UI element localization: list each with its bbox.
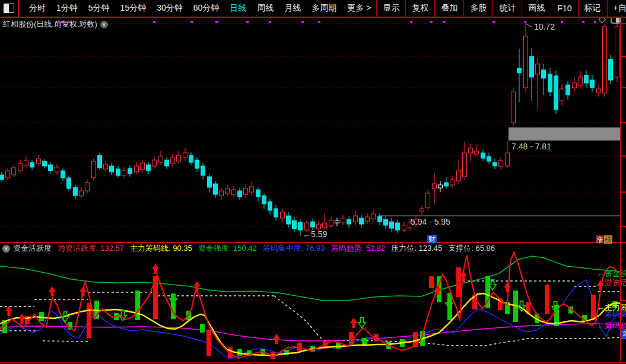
rank-badge[interactable]: 涨 榜 <box>596 235 612 244</box>
indicator-value-筹码趋势: 筹码趋势: 52.82 <box>331 243 386 254</box>
marker-dot <box>318 21 320 23</box>
marker-dot <box>269 21 271 23</box>
chart-label: ←5.59 <box>303 229 327 239</box>
period-tab-月线[interactable]: 月线 <box>279 3 306 14</box>
rank-badge-zhang: 涨 <box>596 235 604 244</box>
period-tab-分时[interactable]: 分时 <box>24 3 51 14</box>
up-arrow-icon <box>5 306 12 316</box>
period-tab-15分钟[interactable]: 15分钟 <box>115 3 152 14</box>
suspension-band <box>509 127 621 141</box>
panel-count-badge[interactable]: 2 <box>621 330 626 339</box>
marker-dot <box>594 21 596 23</box>
marker-dot <box>561 21 563 23</box>
indicator-value-压力位: 压力位: 123.45 <box>391 243 442 254</box>
marker-dot <box>190 21 193 23</box>
toolbar-button-统计[interactable]: 统计 <box>492 0 522 17</box>
chevron-down-icon[interactable]: ∨ <box>100 21 108 28</box>
main-chart-canvas[interactable]: 10.7210.727.48 - 7.815.94 - 5.95←5.59←资金… <box>0 0 626 364</box>
marker-dot <box>301 21 304 23</box>
marker-dot <box>153 21 155 23</box>
toolbar-right-buttons: 显示复权叠加多股统计画线F10标记+自选 <box>376 0 626 17</box>
up-arrow-icon <box>152 264 159 274</box>
up-arrow-icon <box>80 286 87 296</box>
chart-label: 5.94 - 5.95 <box>411 217 450 226</box>
top-menu-bar: 分时1分钟5分钟15分钟30分钟60分钟日线周线月线多周期更多 > 显示复权叠加… <box>0 0 626 18</box>
up-arrow-icon <box>273 334 280 344</box>
menu-divider <box>18 0 19 17</box>
line-label: ←筹码趋 <box>597 321 626 330</box>
indicator-value-支撑位: 支撑位: 65.86 <box>448 243 495 254</box>
toolbar-button-标记[interactable]: 标记 <box>578 0 607 17</box>
marker-dot <box>524 21 526 23</box>
marker-dot <box>492 21 495 23</box>
indicator-header: ∨ 资金活跃度 游资活跃度: 132.57主力筹码线: 90.35资金强度: 1… <box>0 243 626 254</box>
marker-dot <box>215 21 218 23</box>
indicator-value-资金强度: 资金强度: 150.42 <box>198 243 257 254</box>
period-tab-日线[interactable]: 日线 <box>224 3 252 14</box>
period-tab-周线[interactable]: 周线 <box>252 3 279 14</box>
indicator-value-主力筹码线: 主力筹码线: 90.35 <box>130 243 192 254</box>
marker-dot <box>582 21 584 23</box>
indicator-values: 游资活跃度: 132.57主力筹码线: 90.35资金强度: 150.42筹码集… <box>58 243 501 254</box>
toolbar-button-显示[interactable]: 显示 <box>376 0 405 17</box>
period-tab-60分钟[interactable]: 60分钟 <box>188 3 225 14</box>
marker-dot <box>246 21 249 23</box>
stock-title: 红相股份(日线.前复权.对数) <box>3 19 97 30</box>
indicator-value-筹码集中度: 筹码集中度: 76.93 <box>263 243 325 254</box>
toolbar-button-F10[interactable]: F10 <box>551 0 577 17</box>
period-menu: 分时1分钟5分钟15分钟30分钟60分钟日线周线月线多周期更多 > <box>24 3 376 14</box>
toolbar-button-+自选[interactable]: +自选 <box>607 0 626 17</box>
up-arrow-icon <box>350 318 357 328</box>
fortune-event-badge[interactable]: 财 <box>427 235 437 243</box>
period-tab-多周期[interactable]: 多周期 <box>306 3 342 14</box>
period-tab-5分钟[interactable]: 5分钟 <box>83 3 115 14</box>
down-arrow-icon <box>358 318 366 328</box>
marker-dot <box>443 21 445 23</box>
period-tab-更多 >[interactable]: 更多 > <box>342 3 376 14</box>
marker-dot <box>410 21 412 23</box>
line-label: ←筹码集 <box>597 309 626 318</box>
toolbar-button-多股[interactable]: 多股 <box>463 0 492 17</box>
period-tab-1分钟[interactable]: 1分钟 <box>51 3 83 14</box>
layout-toggle-icon[interactable] <box>4 4 14 13</box>
up-arrow-icon <box>504 282 511 292</box>
pressure-support-dashed-line <box>43 341 89 341</box>
up-arrow-icon <box>193 281 201 291</box>
rank-badge-bang: 榜 <box>604 235 612 244</box>
chart-label: 10.72 <box>534 22 555 31</box>
pressure-support-dashed-line <box>274 296 323 340</box>
toolbar-button-复权[interactable]: 复权 <box>405 0 434 17</box>
period-tab-30分钟[interactable]: 30分钟 <box>151 3 188 14</box>
up-arrow-icon <box>49 286 56 296</box>
indicator-value-游资活跃度: 游资活跃度: 132.57 <box>58 243 124 254</box>
chevron-down-icon[interactable]: ∨ <box>2 245 10 253</box>
indicator-title[interactable]: 资金活跃度 <box>13 243 52 254</box>
up-arrow-icon <box>18 314 26 324</box>
trading-terminal-window: 分时1分钟5分钟15分钟30分钟60分钟日线周线月线多周期更多 > 显示复权叠加… <box>0 0 626 364</box>
toolbar-button-画线[interactable]: 画线 <box>522 0 551 17</box>
toolbar-button-叠加[interactable]: 叠加 <box>434 0 463 17</box>
marker-dot <box>430 21 433 23</box>
chart-label: 7.48 - 7.81 <box>511 142 551 151</box>
chart-title-row: 红相股份(日线.前复权.对数) ∨ <box>3 19 108 30</box>
pointer-line <box>526 24 532 27</box>
line-label: ←游资活 <box>597 278 626 287</box>
